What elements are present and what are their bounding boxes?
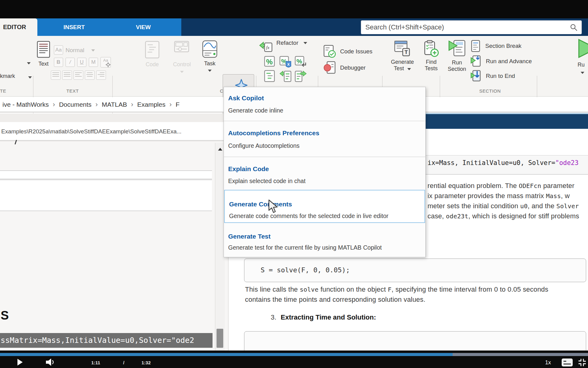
chevron-right-icon: › <box>165 101 175 108</box>
breadcrumb-item[interactable]: MATLAB <box>102 101 127 108</box>
numbered-list-button[interactable] <box>62 71 72 80</box>
refactor-fx-icon: fx <box>259 41 273 53</box>
code-section-label: C <box>220 88 223 94</box>
content-row <box>0 180 212 211</box>
wrap-comment-icon[interactable]: % <box>295 56 307 67</box>
volume-icon[interactable] <box>45 358 56 367</box>
video-player-bar: 1:11 / 1:32 1x <box>0 351 588 368</box>
time-separator: / <box>123 360 124 365</box>
breadcrumb-item[interactable]: Documents <box>59 101 92 108</box>
generate-test-icon: T <box>394 40 411 58</box>
svg-text:fx: fx <box>266 45 270 50</box>
fullscreen-toggle-icon[interactable] <box>578 358 587 367</box>
generate-test-button[interactable]: T Generate Test <box>386 40 418 72</box>
align-center-button[interactable] <box>85 71 95 80</box>
section-break-button[interactable]: Section Break <box>471 40 518 54</box>
run-and-advance-button[interactable]: Run and Advance <box>470 55 529 69</box>
video-progress-played <box>0 353 453 356</box>
font-style-box[interactable]: Aa <box>54 45 63 55</box>
scrollbar-thumb[interactable] <box>217 329 223 348</box>
run-button[interactable]: Ru <box>578 38 588 74</box>
run-section-button[interactable]: Run Section <box>443 39 471 72</box>
list-number: 3. <box>271 313 276 321</box>
bookmark-button[interactable]: kmark <box>0 73 22 79</box>
debugger-button[interactable]: Debugger <box>323 61 363 76</box>
run-caret[interactable] <box>581 72 584 74</box>
debugger-icon <box>323 61 336 75</box>
menu-item-explain-code[interactable]: Explain Code Explain selected code in ch… <box>224 157 425 189</box>
control-button[interactable]: Control <box>169 41 195 73</box>
duration: 1:32 <box>141 360 151 365</box>
search-icon <box>570 24 578 32</box>
code-button[interactable]: Code <box>139 41 165 68</box>
content-row <box>0 171 212 179</box>
find-tests-button[interactable]: Find Tests <box>419 40 443 72</box>
breadcrumb-item[interactable]: Examples <box>137 101 165 108</box>
text-doc-icon <box>37 41 50 59</box>
breadcrumb-item[interactable]: ive - MathWorks <box>2 101 49 108</box>
section-section-label: SECTION <box>466 88 514 94</box>
search-placeholder: Search (Ctrl+Shift+Space) <box>365 21 444 34</box>
captions-icon[interactable] <box>561 358 573 367</box>
align-left-button[interactable] <box>74 71 83 80</box>
tab-editor[interactable]: EDITOR <box>0 18 37 36</box>
task-icon <box>202 40 217 59</box>
align-right-button[interactable] <box>96 71 106 80</box>
refactor-button[interactable]: fx Refactor <box>259 41 301 53</box>
document-tab[interactable]: Examples\R2025a\matlab\SolveStiffDAEExam… <box>0 122 228 141</box>
menu-item-autocompletions-preferences[interactable]: Autocompletions Preferences Configure Au… <box>224 121 425 156</box>
breadcrumb-item[interactable]: F <box>176 101 180 108</box>
paragraph-line: This line calls the solve function on th… <box>245 286 548 293</box>
bullet-list-button[interactable] <box>51 71 61 80</box>
style-dropdown-caret[interactable] <box>91 49 95 52</box>
monospace-button[interactable]: M <box>89 58 98 67</box>
code-line-fragment: ix=Mass, InitialValue=u0, Solver="ode23 <box>428 159 579 167</box>
generate-test-label2: Test <box>394 65 404 71</box>
list-heading-text: Extracting Time and Solution: <box>281 313 376 321</box>
chevron-right-icon: › <box>49 101 59 108</box>
text-button[interactable]: Text <box>34 41 53 67</box>
current-time: 1:11 <box>91 360 100 365</box>
indent-right-icon[interactable] <box>279 70 292 82</box>
global-search-input[interactable]: Search (Ctrl+Shift+Space) <box>361 20 582 34</box>
goto-dropdown-caret[interactable] <box>27 62 31 64</box>
uncomment-icon[interactable]: % x <box>279 56 292 67</box>
underline-button[interactable]: U <box>77 58 86 67</box>
code-issues-button[interactable]: Code Issues <box>323 45 370 60</box>
scroll-up-icon[interactable] <box>218 148 222 151</box>
editor-left-pane[interactable]: Examples\R2025a\matlab\SolveStiffDAEExam… <box>0 113 228 351</box>
menu-item-generate-comments[interactable]: Generate Comments Generate code comments… <box>224 190 425 223</box>
svg-text:T: T <box>405 49 408 55</box>
bookmark-caret[interactable] <box>28 76 32 79</box>
generate-test-caret[interactable] <box>407 68 411 70</box>
chevron-right-icon: › <box>92 101 102 108</box>
task-button[interactable]: Task <box>201 40 219 72</box>
paragraph-line: meter sets the initial condition u0, and… <box>428 202 579 210</box>
menu-separator <box>224 157 425 157</box>
italic-button[interactable]: / <box>66 58 75 67</box>
menu-separator <box>224 121 425 121</box>
menu-item-ask-copilot[interactable]: Ask Copilot Generate code inline <box>224 90 425 120</box>
run-to-end-icon <box>470 69 481 82</box>
text-settings-button[interactable]: Aa <box>100 57 111 67</box>
run-play-icon <box>578 38 588 60</box>
run-and-advance-icon <box>470 55 481 67</box>
code-block[interactable]: S = solve(F, 0, 0.05); <box>244 259 586 282</box>
menu-item-generate-test[interactable]: Generate Test Generate test for the curr… <box>224 227 425 257</box>
code-issues-icon <box>323 45 336 58</box>
playback-speed-button[interactable]: 1x <box>545 359 551 366</box>
gear-icon <box>106 62 111 67</box>
smart-indent-icon[interactable] <box>264 70 275 82</box>
task-caret[interactable] <box>208 70 212 72</box>
play-icon[interactable] <box>17 359 23 366</box>
video-progress-track[interactable] <box>0 353 588 356</box>
style-dropdown[interactable]: Normal <box>66 47 89 54</box>
tab-view[interactable]: VIEW <box>123 18 163 36</box>
tab-insert[interactable]: INSERT <box>54 18 94 36</box>
comment-percent-icon[interactable]: % <box>264 56 275 67</box>
indent-left-icon[interactable] <box>295 70 307 82</box>
selected-code-line[interactable]: ssMatrix=Mass,InitialValue=u0,Solver="od… <box>0 333 213 348</box>
bold-button[interactable]: B <box>54 58 63 67</box>
run-to-end-button[interactable]: Run to End <box>470 69 512 84</box>
document-tab-strip <box>0 113 228 122</box>
